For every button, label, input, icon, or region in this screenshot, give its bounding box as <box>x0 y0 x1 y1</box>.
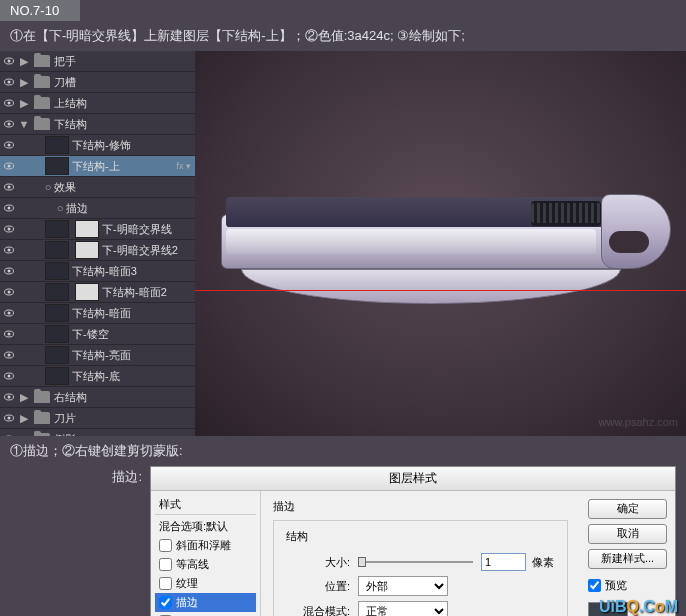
visibility-icon[interactable] <box>2 327 16 341</box>
layer-thumbnail <box>45 136 69 154</box>
layer-row[interactable]: 下-明暗交界线2 <box>0 240 195 261</box>
layer-name: 倒影 <box>54 432 76 437</box>
style-option[interactable]: 等高线 <box>155 555 256 574</box>
preview-checkbox[interactable] <box>588 579 601 592</box>
svg-point-27 <box>8 333 11 336</box>
expand-icon[interactable]: ▶ <box>18 391 30 404</box>
settings-column: 描边 结构 大小: 像素 位置: 外部 混合模式: 正常 <box>261 491 580 616</box>
layer-row[interactable]: 下结构-暗面3 <box>0 261 195 282</box>
instruction-text-1: ①在【下-明暗交界线】上新建图层【下结构-上】；②色值:3a424c; ③绘制如… <box>0 21 686 51</box>
style-label: 纹理 <box>176 576 198 591</box>
cancel-button[interactable]: 取消 <box>588 524 667 544</box>
visibility-icon[interactable] <box>2 306 16 320</box>
visibility-icon[interactable] <box>2 411 16 425</box>
style-checkbox[interactable] <box>159 539 172 552</box>
ok-button[interactable]: 确定 <box>588 499 667 519</box>
expand-icon[interactable]: ▶ <box>18 433 30 437</box>
svg-point-1 <box>8 60 11 63</box>
guide-line <box>195 290 686 291</box>
svg-point-5 <box>8 102 11 105</box>
expand-icon[interactable]: ▶ <box>18 412 30 425</box>
layer-name: 下结构 <box>54 117 87 132</box>
size-unit: 像素 <box>532 555 554 570</box>
layer-row[interactable]: 下结构-底 <box>0 366 195 387</box>
layer-name: 刀槽 <box>54 75 76 90</box>
position-select[interactable]: 外部 <box>358 576 448 596</box>
expand-icon[interactable]: ▼ <box>18 118 30 130</box>
expand-icon[interactable]: ▶ <box>18 76 30 89</box>
layer-row[interactable]: 下结构-暗面2 <box>0 282 195 303</box>
knife-illustration <box>221 189 661 299</box>
folder-icon <box>34 118 50 130</box>
folder-icon <box>34 412 50 424</box>
preview-label: 预览 <box>605 578 627 593</box>
layer-name: 下结构-上 <box>72 159 120 174</box>
expand-icon[interactable]: ▶ <box>18 55 30 68</box>
layers-panel[interactable]: ▶把手▶刀槽▶上结构▼下结构下结构-修饰下结构-上fx ▾○效果○描边下-明暗交… <box>0 51 195 436</box>
style-option[interactable]: 斜面和浮雕 <box>155 536 256 555</box>
layer-row[interactable]: ▶把手 <box>0 51 195 72</box>
step-number: NO.7-10 <box>0 0 80 21</box>
layer-row[interactable]: ○描边 <box>0 198 195 219</box>
style-option[interactable]: 内阴影 <box>155 612 256 616</box>
expand-icon[interactable]: ○ <box>42 181 54 193</box>
new-style-button[interactable]: 新建样式... <box>588 549 667 569</box>
mask-thumbnail <box>75 283 99 301</box>
size-label: 大小: <box>282 555 350 570</box>
layer-row[interactable]: ▶刀槽 <box>0 72 195 93</box>
layer-name: 下-镂空 <box>72 327 109 342</box>
visibility-icon[interactable] <box>2 369 16 383</box>
style-checkbox[interactable] <box>159 596 172 609</box>
visibility-icon[interactable] <box>2 243 16 257</box>
style-option[interactable]: 纹理 <box>155 574 256 593</box>
layer-row[interactable]: 下结构-修饰 <box>0 135 195 156</box>
visibility-icon[interactable] <box>2 432 16 436</box>
layer-thumbnail <box>45 157 69 175</box>
visibility-icon[interactable] <box>2 264 16 278</box>
size-input[interactable] <box>481 553 526 571</box>
layer-row[interactable]: ▶刀片 <box>0 408 195 429</box>
folder-icon <box>34 55 50 67</box>
layer-thumbnail <box>45 367 69 385</box>
layer-thumbnail <box>45 304 69 322</box>
visibility-icon[interactable] <box>2 96 16 110</box>
svg-point-19 <box>8 249 11 252</box>
visibility-icon[interactable] <box>2 201 16 215</box>
visibility-icon[interactable] <box>2 390 16 404</box>
layer-row[interactable]: ▶右结构 <box>0 387 195 408</box>
layer-row[interactable]: 下-镂空 <box>0 324 195 345</box>
blend-default-row[interactable]: 混合选项:默认 <box>155 517 256 536</box>
layer-row[interactable]: 下-明暗交界线 <box>0 219 195 240</box>
size-slider[interactable] <box>358 561 473 563</box>
layer-name: 把手 <box>54 54 76 69</box>
layer-row[interactable]: ▼下结构 <box>0 114 195 135</box>
visibility-icon[interactable] <box>2 285 16 299</box>
dialog-title: 图层样式 <box>151 467 675 491</box>
fx-badge[interactable]: fx ▾ <box>176 161 191 171</box>
layer-row[interactable]: ▶倒影 <box>0 429 195 436</box>
visibility-icon[interactable] <box>2 54 16 68</box>
layer-row[interactable]: ○效果 <box>0 177 195 198</box>
layer-row[interactable]: 下结构-暗面 <box>0 303 195 324</box>
visibility-icon[interactable] <box>2 222 16 236</box>
layer-name: 下-明暗交界线 <box>102 222 172 237</box>
layer-name: 下结构-底 <box>72 369 120 384</box>
visibility-icon[interactable] <box>2 348 16 362</box>
visibility-icon[interactable] <box>2 75 16 89</box>
layer-row[interactable]: ▶上结构 <box>0 93 195 114</box>
visibility-icon[interactable] <box>2 159 16 173</box>
style-checkbox[interactable] <box>159 577 172 590</box>
visibility-icon[interactable] <box>2 180 16 194</box>
svg-point-7 <box>8 123 11 126</box>
blend-select[interactable]: 正常 <box>358 601 448 616</box>
canvas-preview[interactable]: www.psahz.com <box>195 51 686 436</box>
visibility-icon[interactable] <box>2 138 16 152</box>
style-option[interactable]: 描边 <box>155 593 256 612</box>
expand-icon[interactable]: ○ <box>54 202 66 214</box>
layer-row[interactable]: 下结构-亮面 <box>0 345 195 366</box>
expand-icon[interactable]: ▶ <box>18 97 30 110</box>
style-checkbox[interactable] <box>159 558 172 571</box>
main-workspace: ▶把手▶刀槽▶上结构▼下结构下结构-修饰下结构-上fx ▾○效果○描边下-明暗交… <box>0 51 686 436</box>
layer-row[interactable]: 下结构-上fx ▾ <box>0 156 195 177</box>
visibility-icon[interactable] <box>2 117 16 131</box>
